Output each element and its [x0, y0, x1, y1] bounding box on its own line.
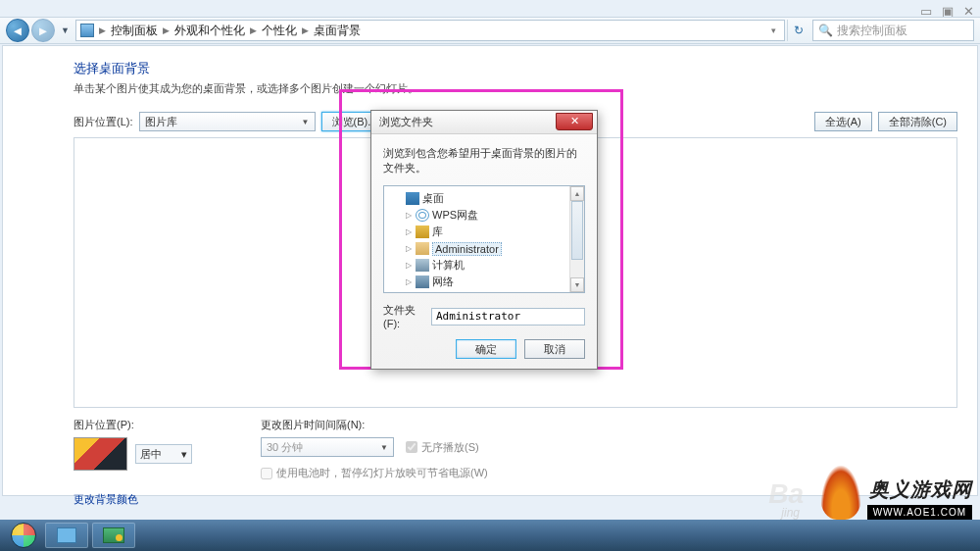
network-icon [416, 276, 429, 288]
dialog-message: 浏览到包含您希望用于桌面背景的图片的文件夹。 [383, 146, 585, 175]
taskbar-item[interactable] [45, 523, 88, 548]
page-subtitle: 单击某个图片使其成为您的桌面背景，或选择多个图片创建一个幻灯片。 [74, 81, 957, 96]
search-placeholder: 搜索控制面板 [837, 23, 907, 39]
windows-orb-icon [11, 523, 36, 548]
start-button[interactable] [6, 522, 41, 549]
location-icon [80, 24, 94, 37]
tree-item-wps[interactable]: ▷ WPS网盘 [386, 207, 582, 224]
tree-item-network[interactable]: ▷ 网络 [386, 274, 582, 290]
search-icon: 🔍 [818, 24, 833, 37]
expand-icon[interactable]: ▷ [404, 227, 413, 236]
chevron-right-icon: ▶ [99, 25, 106, 35]
app-icon [57, 527, 76, 543]
taskbar-item[interactable] [92, 523, 135, 548]
breadcrumb[interactable]: 桌面背景 [314, 23, 361, 39]
expand-icon[interactable]: ▷ [404, 277, 413, 286]
clear-all-button[interactable]: 全部清除(C) [878, 112, 957, 131]
computer-icon [416, 259, 429, 272]
breadcrumb[interactable]: 个性化 [262, 23, 297, 39]
select-all-button[interactable]: 全选(A) [814, 112, 872, 131]
battery-input[interactable] [261, 468, 272, 479]
location-label: 图片位置(L): [74, 115, 133, 129]
tree-item-library[interactable]: ▷ 库 [386, 224, 582, 240]
expand-icon[interactable]: ▷ [404, 244, 413, 253]
refresh-button[interactable]: ↻ [787, 20, 808, 41]
watermark-url: WWW.AOE1.COM [867, 505, 972, 520]
tree-label: 桌面 [422, 191, 444, 206]
breadcrumb[interactable]: 外观和个性化 [174, 23, 245, 39]
breadcrumb[interactable]: 控制面板 [111, 23, 158, 39]
addr-dropdown[interactable]: ▾ [767, 25, 780, 35]
watermark-jing: jing [781, 506, 800, 520]
ok-button[interactable]: 确定 [456, 339, 516, 359]
tree-item-admin[interactable]: ▷ Administrator [386, 240, 582, 257]
desktop-icon [406, 192, 419, 205]
scroll-thumb[interactable] [571, 201, 583, 260]
position-combo[interactable]: 居中 ▾ [135, 444, 192, 464]
dialog-close-button[interactable]: ✕ [556, 113, 593, 130]
battery-label: 使用电池时，暂停幻灯片放映可节省电源(W) [276, 466, 488, 480]
chevron-down-icon: ▼ [302, 118, 310, 126]
dialog-title: 浏览文件夹 [379, 115, 433, 129]
scroll-up-button[interactable]: ▲ [570, 186, 584, 201]
site-watermark: 奥义游戏网 WWW.AOE1.COM [820, 465, 972, 520]
library-icon [416, 225, 429, 238]
chevron-right-icon: ▶ [302, 25, 309, 35]
browse-folder-dialog: 浏览文件夹 ✕ 浏览到包含您希望用于桌面背景的图片的文件夹。 桌面 ▷ WPS网… [370, 110, 598, 370]
page-title: 选择桌面背景 [74, 60, 957, 77]
scroll-down-button[interactable]: ▼ [570, 277, 584, 292]
user-folder-icon [416, 242, 429, 255]
flame-icon [820, 465, 861, 520]
dialog-titlebar[interactable]: 浏览文件夹 ✕ [371, 111, 597, 134]
tree-label: 计算机 [432, 258, 465, 273]
taskbar[interactable] [0, 520, 980, 551]
location-value: 图片库 [145, 115, 177, 129]
watermark-title: 奥义游戏网 [867, 476, 972, 503]
chevron-right-icon: ▶ [250, 25, 257, 35]
expand-icon[interactable]: ▷ [404, 261, 413, 270]
cloud-icon [416, 209, 429, 222]
change-bg-color-link[interactable]: 更改背景颜色 [74, 492, 138, 507]
interval-value: 30 分钟 [267, 440, 303, 455]
tree-label: 网络 [432, 275, 454, 289]
back-button[interactable]: ◄ [6, 19, 29, 42]
shuffle-label: 无序播放(S) [421, 440, 479, 455]
expand-icon[interactable]: ▷ [404, 211, 413, 220]
tree-label: 库 [432, 225, 443, 239]
location-combo[interactable]: 图片库 ▼ [139, 112, 316, 131]
tree-label: Administrator [432, 242, 502, 256]
folder-label: 文件夹(F): [383, 303, 425, 329]
app-icon [103, 527, 124, 543]
tree-item-desktop[interactable]: 桌面 [386, 190, 582, 207]
forward-button[interactable]: ► [31, 19, 55, 42]
tree-item-computer[interactable]: ▷ 计算机 [386, 257, 582, 274]
chevron-right-icon: ▶ [163, 25, 170, 35]
navigation-bar: ◄ ► ▼ ▶ 控制面板 ▶ 外观和个性化 ▶ 个性化 ▶ 桌面背景 ▾ ↻ 🔍… [0, 17, 980, 44]
position-value: 居中 [140, 447, 162, 462]
shuffle-checkbox[interactable]: 无序播放(S) [406, 440, 479, 455]
position-thumbnail [74, 437, 127, 471]
interval-combo[interactable]: 30 分钟 ▼ [261, 437, 394, 457]
chevron-down-icon: ▾ [181, 448, 187, 461]
shuffle-input[interactable] [406, 441, 417, 453]
address-bar[interactable]: ▶ 控制面板 ▶ 外观和个性化 ▶ 个性化 ▶ 桌面背景 ▾ [75, 20, 785, 41]
interval-label: 更改图片时间间隔(N): [261, 418, 488, 432]
battery-checkbox[interactable]: 使用电池时，暂停幻灯片放映可节省电源(W) [261, 466, 488, 480]
position-label: 图片位置(P): [74, 418, 192, 432]
cancel-button[interactable]: 取消 [524, 339, 585, 359]
history-dropdown[interactable]: ▼ [61, 25, 70, 35]
tree-label: WPS网盘 [432, 208, 478, 223]
folder-tree[interactable]: 桌面 ▷ WPS网盘 ▷ 库 ▷ Administrator ▷ 计算机 [383, 185, 585, 293]
search-input[interactable]: 🔍 搜索控制面板 [812, 20, 974, 41]
folder-input[interactable] [431, 308, 585, 326]
tree-scrollbar[interactable]: ▲ ▼ [569, 186, 584, 292]
chevron-down-icon: ▼ [380, 443, 388, 452]
